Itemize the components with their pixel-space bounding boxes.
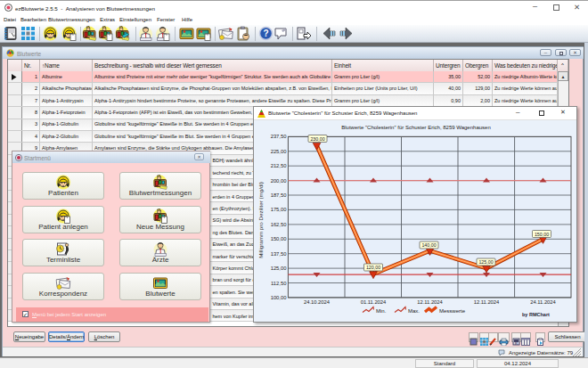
svg-text:?: ? bbox=[263, 29, 268, 38]
svg-text:R: R bbox=[515, 341, 518, 346]
svg-text:225,00: 225,00 bbox=[271, 149, 287, 154]
svg-text:150,00: 150,00 bbox=[535, 232, 549, 237]
svg-text:12.11.2024: 12.11.2024 bbox=[474, 299, 500, 305]
svg-text:212,50: 212,50 bbox=[271, 163, 287, 168]
svg-text:24.10.2024: 24.10.2024 bbox=[304, 299, 331, 305]
svg-text:200,00: 200,00 bbox=[271, 178, 287, 184]
svg-text:24.11.2024: 24.11.2024 bbox=[530, 299, 556, 305]
svg-text:162,50: 162,50 bbox=[271, 222, 287, 227]
svg-text:125,00: 125,00 bbox=[478, 259, 493, 265]
svg-text:Min.: Min. bbox=[376, 308, 387, 314]
svg-text:Max.: Max. bbox=[408, 308, 420, 314]
svg-text:Milligramm pro Deziliter (mg/d: Milligramm pro Deziliter (mg/dl) bbox=[257, 182, 264, 258]
svg-text:150,00: 150,00 bbox=[271, 236, 287, 241]
svg-text:01.11.2024: 01.11.2024 bbox=[361, 299, 387, 305]
svg-text:Messwerte: Messwerte bbox=[439, 308, 466, 314]
svg-text:230,00: 230,00 bbox=[310, 136, 324, 142]
svg-text:140,00: 140,00 bbox=[421, 242, 436, 248]
svg-text:187,50: 187,50 bbox=[271, 192, 287, 198]
svg-text:100,00: 100,00 bbox=[271, 295, 287, 300]
svg-text:137,50: 137,50 bbox=[271, 251, 287, 257]
svg-text:112,50: 112,50 bbox=[271, 281, 286, 286]
svg-text:125,00: 125,00 bbox=[271, 266, 287, 271]
svg-text:12.11.2024: 12.11.2024 bbox=[417, 299, 443, 305]
svg-text:237,50: 237,50 bbox=[271, 134, 287, 139]
svg-text:175,00: 175,00 bbox=[271, 207, 287, 212]
svg-text:120,00: 120,00 bbox=[366, 265, 380, 270]
